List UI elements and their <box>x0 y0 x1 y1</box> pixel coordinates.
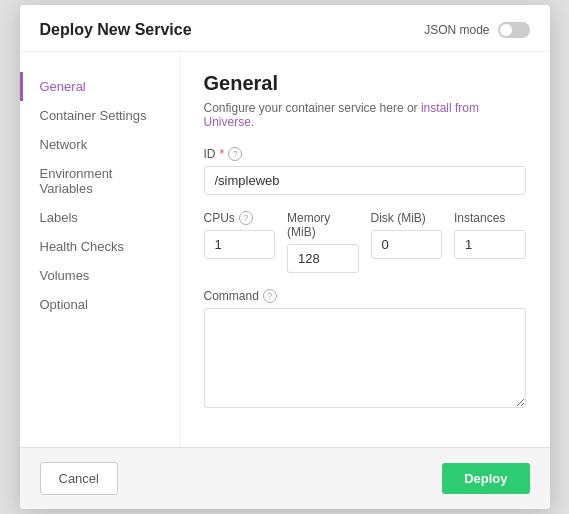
content-title: General <box>204 72 526 95</box>
json-mode-container: JSON mode <box>424 22 529 38</box>
memory-field: Memory (MiB) <box>287 211 359 273</box>
cpus-label: CPUs <box>204 211 235 225</box>
cpus-field: CPUs ? <box>204 211 276 273</box>
sidebar-item-environment-variables[interactable]: Environment Variables <box>20 159 179 203</box>
command-textarea[interactable] <box>204 308 526 408</box>
json-mode-label: JSON mode <box>424 23 489 37</box>
deploy-modal: Deploy New Service JSON mode General Con… <box>20 5 550 509</box>
id-label: ID * ? <box>204 147 526 161</box>
id-help-icon[interactable]: ? <box>228 147 242 161</box>
resources-row: CPUs ? Memory (MiB) Disk (MiB) <box>204 211 526 273</box>
cpus-help-icon[interactable]: ? <box>239 211 253 225</box>
modal-title: Deploy New Service <box>40 21 192 39</box>
id-field-group: ID * ? <box>204 147 526 195</box>
sidebar-item-health-checks[interactable]: Health Checks <box>20 232 179 261</box>
sidebar-item-network[interactable]: Network <box>20 130 179 159</box>
modal-body: General Container Settings Network Envir… <box>20 52 550 447</box>
content-subtitle: Configure your container service here or… <box>204 101 526 129</box>
command-help-icon[interactable]: ? <box>263 289 277 303</box>
deploy-button[interactable]: Deploy <box>442 463 529 494</box>
id-input[interactable] <box>204 166 526 195</box>
cpus-input[interactable] <box>204 230 276 259</box>
sidebar-item-labels[interactable]: Labels <box>20 203 179 232</box>
content-area: General Configure your container service… <box>180 52 550 447</box>
sidebar-item-volumes[interactable]: Volumes <box>20 261 179 290</box>
instances-label: Instances <box>454 211 505 225</box>
sidebar-item-optional[interactable]: Optional <box>20 290 179 319</box>
command-field-group: Command ? <box>204 289 526 411</box>
sidebar-item-general[interactable]: General <box>20 72 179 101</box>
memory-input[interactable] <box>287 244 359 273</box>
command-label: Command ? <box>204 289 526 303</box>
modal-header: Deploy New Service JSON mode <box>20 5 550 52</box>
modal-footer: Cancel Deploy <box>20 447 550 509</box>
disk-input[interactable] <box>371 230 443 259</box>
disk-field: Disk (MiB) <box>371 211 443 273</box>
cancel-button[interactable]: Cancel <box>40 462 118 495</box>
disk-label: Disk (MiB) <box>371 211 426 225</box>
id-required: * <box>220 147 225 161</box>
instances-input[interactable] <box>454 230 526 259</box>
sidebar: General Container Settings Network Envir… <box>20 52 180 447</box>
memory-label: Memory (MiB) <box>287 211 359 239</box>
instances-field: Instances <box>454 211 526 273</box>
sidebar-item-container-settings[interactable]: Container Settings <box>20 101 179 130</box>
json-mode-toggle[interactable] <box>498 22 530 38</box>
